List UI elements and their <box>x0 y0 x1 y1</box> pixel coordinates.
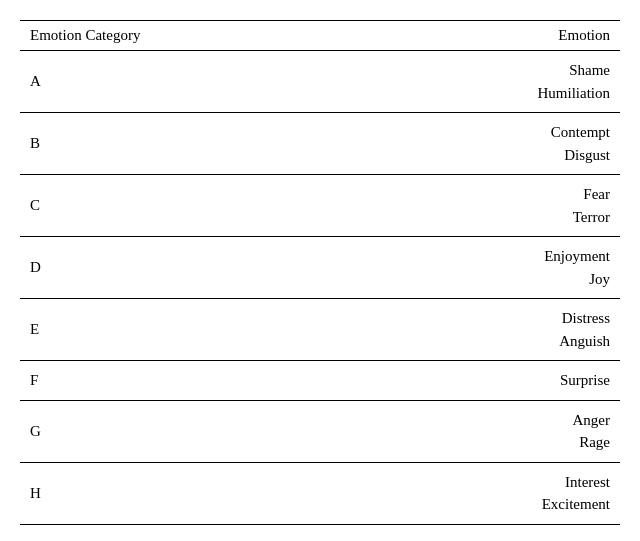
emotion-label: Contempt <box>551 121 610 144</box>
emotion-label: Excitement <box>542 493 610 516</box>
category-cell: G <box>20 400 500 462</box>
emotion-label: Enjoyment <box>544 245 610 268</box>
emotion-cell: Surprise <box>500 361 620 401</box>
emotion-label: Anguish <box>559 330 610 353</box>
category-cell: F <box>20 361 500 401</box>
table-row: FSurprise <box>20 361 620 401</box>
header-category: Emotion Category <box>20 21 500 51</box>
category-cell: E <box>20 299 500 361</box>
table-row: BContemptDisgust <box>20 113 620 175</box>
table-row: AShameHumiliation <box>20 51 620 113</box>
table-row: EDistressAnguish <box>20 299 620 361</box>
emotion-label: Interest <box>565 471 610 494</box>
emotion-label: Joy <box>589 268 610 291</box>
emotion-table: Emotion Category Emotion AShameHumiliati… <box>20 20 620 525</box>
emotion-cell: EnjoymentJoy <box>500 237 620 299</box>
category-cell: C <box>20 175 500 237</box>
emotion-label: Humiliation <box>538 82 611 105</box>
category-cell: H <box>20 462 500 524</box>
table-row: HInterestExcitement <box>20 462 620 524</box>
table-row: DEnjoymentJoy <box>20 237 620 299</box>
emotion-label: Disgust <box>564 144 610 167</box>
emotion-label: Fear <box>583 183 610 206</box>
emotion-cell: ShameHumiliation <box>500 51 620 113</box>
emotion-label: Shame <box>569 59 610 82</box>
emotion-cell: AngerRage <box>500 400 620 462</box>
emotion-label: Surprise <box>560 369 610 392</box>
main-table-container: Emotion Category Emotion AShameHumiliati… <box>20 20 620 525</box>
table-row: GAngerRage <box>20 400 620 462</box>
category-cell: A <box>20 51 500 113</box>
table-header-row: Emotion Category Emotion <box>20 21 620 51</box>
header-emotion: Emotion <box>500 21 620 51</box>
emotion-cell: DistressAnguish <box>500 299 620 361</box>
emotion-label: Terror <box>573 206 610 229</box>
emotion-label: Anger <box>573 409 611 432</box>
category-cell: B <box>20 113 500 175</box>
emotion-label: Distress <box>562 307 610 330</box>
emotion-cell: InterestExcitement <box>500 462 620 524</box>
emotion-cell: FearTerror <box>500 175 620 237</box>
category-cell: D <box>20 237 500 299</box>
emotion-label: Rage <box>579 431 610 454</box>
emotion-cell: ContemptDisgust <box>500 113 620 175</box>
table-row: CFearTerror <box>20 175 620 237</box>
